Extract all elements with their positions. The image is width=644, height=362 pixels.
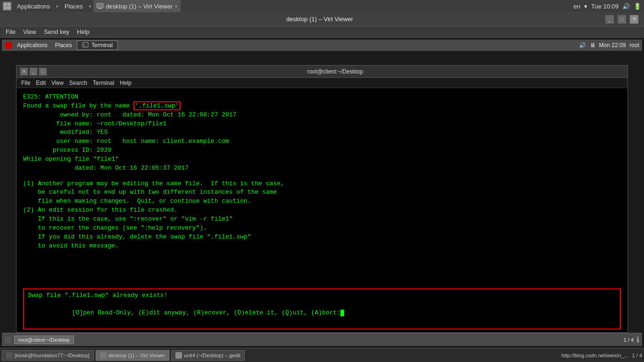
- kiosk-icon: [6, 352, 13, 359]
- guest-terminal-tab[interactable]: $_ Terminal: [77, 41, 118, 50]
- virt-titlebar: desktop (1) – Virt Viewer _ □ ✕: [0, 12, 644, 26]
- host-volume-icon: 🔊: [622, 3, 630, 10]
- host-taskbar-right: http://blog.csdn.net/weixin_... 1 / 4: [561, 353, 642, 358]
- terminal-line-item2d: If you did this already, delete the swap…: [23, 233, 621, 242]
- swap-file-highlight: '.file1.swp': [133, 101, 181, 110]
- terminal-line-pid: process ID: 2820: [23, 146, 621, 155]
- terminal-line-dated: dated: Mon Oct 16 22:05:37 2017: [23, 164, 621, 173]
- term-terminal-menu[interactable]: Terminal: [90, 79, 117, 87]
- host-applications-menu[interactable]: Applications: [13, 2, 54, 11]
- virt-menubar: File View Send key Help: [0, 26, 644, 38]
- guest-panel-icon: [5, 41, 12, 49]
- guest-user: root: [629, 42, 639, 49]
- virt-viewer-window: desktop (1) – Virt Viewer _ □ ✕ File Vie…: [0, 12, 644, 348]
- guest-taskbar-paging: 1 / 4: [624, 337, 634, 343]
- terminal-blank-1: [23, 173, 621, 180]
- guest-taskbar-terminal[interactable]: root@client:~/Desktop: [14, 336, 74, 344]
- terminal-line-owned: owned by: root dated: Mon Oct 16 22:08:2…: [23, 111, 621, 120]
- alert-line1: Swap file ".file1.swp" already exists!: [28, 291, 616, 300]
- virt-minimize-button[interactable]: _: [605, 15, 614, 24]
- host-task-kiosk[interactable]: [kiosk@foundation77:~/Desktop]: [2, 350, 94, 361]
- terminal-line-username: user name: root host name: client.exampl…: [23, 137, 621, 146]
- virt-content: Applications Places $_ Terminal 🔊 🖥 Mon …: [0, 38, 644, 348]
- guest-taskbar-info-icon: ℹ: [636, 335, 639, 345]
- host-task-virtviewer-label: desktop (1) – Virt Viewer: [108, 353, 165, 358]
- guest-display-icon: 🖥: [590, 42, 595, 49]
- terminal-line-modified: modified: YES: [23, 128, 621, 137]
- alert-text: [O]pen Read-Only, (E)dit anyway, (R)ecov…: [72, 309, 341, 316]
- host-task-kiosk-label: [kiosk@foundation77:~/Desktop]: [15, 353, 90, 358]
- host-task-gedit[interactable]: unit4 (~/Desktop) – gedit: [171, 350, 245, 361]
- host-desktop-menu[interactable]: desktop (1) – Virt Viewer: [106, 3, 173, 10]
- term-search-menu[interactable]: Search: [66, 79, 90, 87]
- guest-taskbar: root@client:~/Desktop 1 / 4 ℹ: [2, 333, 642, 346]
- guest-datetime: Mon 22:09: [599, 42, 626, 49]
- virt-help-menu[interactable]: Help: [73, 27, 93, 36]
- terminal-line-item1c: file when making changes. Quit, or conti…: [23, 197, 621, 206]
- terminal-line-item2c: to recover the changes (see ":help recov…: [23, 224, 621, 233]
- terminal-line-found: Found a swap file by the name '.file1.sw…: [23, 102, 621, 111]
- host-places-menu[interactable]: Places: [61, 2, 87, 11]
- virt-window-title: desktop (1) – Virt Viewer: [34, 16, 605, 23]
- guest-volume-icon: 🔊: [579, 42, 586, 49]
- guest-terminal-label: Terminal: [91, 42, 113, 49]
- terminal-content: E325: ATTENTION Found a swap file by the…: [17, 88, 627, 286]
- host-datetime: Tue 10:09: [591, 3, 619, 10]
- term-file-menu[interactable]: File: [18, 79, 33, 87]
- term-view-menu[interactable]: View: [49, 79, 66, 87]
- terminal-title: root@client:~/Desktop: [47, 68, 624, 75]
- guest-taskbar-icon: [5, 337, 11, 343]
- term-help-menu[interactable]: Help: [117, 79, 134, 87]
- terminal-minimize-button[interactable]: _: [30, 68, 37, 75]
- guest-panel-right: 🔊 🖥 Mon 22:09 root: [579, 42, 639, 49]
- host-bottom-url: http://blog.csdn.net/weixin_...: [561, 353, 628, 358]
- terminal-line-item2: (2) An edit session for this file crashe…: [23, 206, 621, 215]
- virt-maximize-button[interactable]: □: [618, 15, 626, 24]
- svg-rect-5: [99, 8, 101, 9]
- virt-file-menu[interactable]: File: [2, 27, 19, 36]
- virtviewer-icon: [100, 352, 107, 359]
- terminal-close-button[interactable]: ✕: [20, 68, 28, 75]
- terminal-titlebar: ✕ _ □ root@client:~/Desktop: [17, 66, 627, 78]
- term-edit-menu[interactable]: Edit: [33, 79, 49, 87]
- gedit-icon: [175, 352, 182, 359]
- guest-places-menu[interactable]: Places: [52, 41, 75, 49]
- host-task-gedit-label: unit4 (~/Desktop) – gedit: [184, 353, 240, 358]
- terminal-cursor: [340, 310, 344, 316]
- terminal-line-item2b: If this is the case, use ":recover" or "…: [23, 215, 621, 224]
- svg-rect-4: [97, 3, 103, 8]
- virt-view-menu[interactable]: View: [19, 27, 40, 36]
- host-battery-icon: 🔋: [634, 3, 641, 10]
- terminal-line-item2e: to avoid this message.: [23, 242, 621, 251]
- guest-applications-menu[interactable]: Applications: [14, 41, 50, 49]
- terminal-menubar: File Edit View Search Terminal Help: [17, 78, 627, 88]
- virt-sendkey-menu[interactable]: Send key: [40, 27, 73, 36]
- alert-box: Swap file ".file1.swp" already exists! […: [23, 288, 621, 329]
- host-taskbar: [kiosk@foundation77:~/Desktop] desktop (…: [0, 348, 644, 362]
- host-bottom-paging: 1 / 4: [632, 353, 642, 358]
- terminal-window: ✕ _ □ root@client:~/Desktop File Edit Vi…: [16, 65, 628, 333]
- guest-os: Applications Places $_ Terminal 🔊 🖥 Mon …: [2, 40, 642, 346]
- svg-point-6: [7, 43, 10, 47]
- guest-toppanel: Applications Places $_ Terminal 🔊 🖥 Mon …: [2, 40, 642, 51]
- host-task-virtviewer[interactable]: desktop (1) – Virt Viewer: [96, 350, 169, 361]
- svg-rect-2: [4, 7, 7, 9]
- terminal-win-controls: ✕ _ □: [20, 68, 47, 75]
- host-topbar-right: en ▾ Tue 10:09 🔊 🔋: [573, 3, 641, 10]
- host-topbar-left: Applications ▾ Places ▾ desktop (1) – Vi…: [3, 0, 181, 12]
- host-locale: en: [573, 3, 580, 10]
- svg-rect-1: [8, 3, 10, 6]
- terminal-line-item1: (1) Another program may be editing the s…: [23, 180, 621, 189]
- terminal-line-opening: While opening file "file1": [23, 155, 621, 164]
- terminal-line-e325: E325: ATTENTION: [23, 93, 621, 102]
- svg-rect-0: [4, 3, 7, 6]
- svg-rect-3: [8, 7, 10, 9]
- alert-line2: [O]pen Read-Only, (E)dit anyway, (R)ecov…: [28, 300, 616, 327]
- svg-text:$_: $_: [83, 43, 87, 47]
- terminal-line-filename: file name: ~root/Desktop/file1: [23, 120, 621, 129]
- virt-close-button[interactable]: ✕: [630, 15, 638, 24]
- applications-icon: [3, 2, 11, 10]
- host-topbar: Applications ▾ Places ▾ desktop (1) – Vi…: [0, 0, 644, 12]
- terminal-maximize-button[interactable]: □: [39, 68, 47, 75]
- host-locale-arrow: ▾: [584, 3, 587, 10]
